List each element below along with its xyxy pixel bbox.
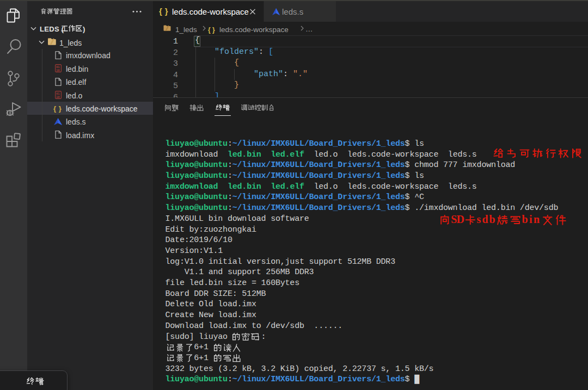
svg-text:10: 10 [56, 69, 60, 72]
svg-text:10: 10 [56, 95, 60, 98]
